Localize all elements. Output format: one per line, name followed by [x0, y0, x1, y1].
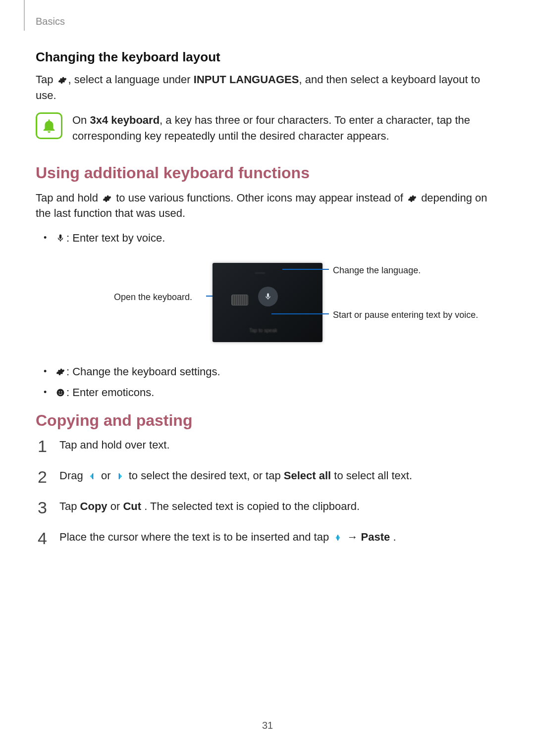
bold-paste: Paste	[361, 531, 390, 543]
callout-change-language: Change the language.	[333, 265, 472, 276]
bullet-settings: : Change the keyboard settings.	[41, 364, 499, 380]
cursor-handle-icon	[333, 533, 343, 543]
heading-copying-pasting: Copying and pasting	[36, 411, 499, 430]
subheading-keyboard-layout: Changing the keyboard layout	[36, 50, 499, 65]
bold-copy: Copy	[80, 500, 107, 512]
text: : Enter emoticons.	[66, 385, 154, 401]
step-2: Drag or to select the desired text, or t…	[38, 468, 499, 485]
steps-list: Tap and hold over text. Drag or to selec…	[38, 438, 499, 547]
step-4: Place the cursor where the text is to be…	[38, 530, 499, 547]
text: →	[347, 531, 361, 543]
text: .	[393, 531, 396, 543]
page-content: Changing the keyboard layout Tap , selec…	[36, 50, 499, 560]
text: to select all text.	[334, 469, 412, 482]
text: , select a language under	[68, 73, 194, 86]
blur-text: Tap to speak	[249, 328, 277, 333]
text: or	[101, 469, 114, 482]
text: Tap	[36, 73, 56, 86]
bullet-emoticons: : Enter emoticons.	[41, 385, 499, 401]
bold-input-languages: INPUT LANGUAGES	[194, 73, 299, 86]
page-number: 31	[0, 720, 535, 731]
bold-select-all: Select all	[284, 469, 331, 482]
bold-3x4: 3x4 keyboard	[90, 114, 160, 126]
gear-icon	[55, 367, 65, 377]
microphone-icon	[55, 233, 65, 243]
leader-line	[282, 269, 329, 270]
gear-icon	[407, 194, 417, 203]
bold-cut: Cut	[123, 500, 141, 512]
text: Tap and hold over text.	[59, 439, 170, 451]
blur-text: ——	[255, 270, 265, 275]
paragraph-keyboard-layout: Tap , select a language under INPUT LANG…	[36, 72, 499, 103]
text: On	[72, 114, 90, 126]
text: Tap	[59, 500, 80, 512]
svg-point-1	[59, 392, 60, 393]
svg-point-2	[61, 392, 62, 393]
step-3: Tap Copy or Cut . The selected text is c…	[38, 499, 499, 516]
bell-icon	[36, 112, 62, 139]
heading-additional-functions: Using additional keyboard functions	[36, 164, 499, 182]
text: to select the desired text, or tap	[129, 469, 284, 482]
text: to use various functions. Other icons ma…	[116, 192, 406, 204]
gear-icon	[57, 75, 67, 85]
breadcrumb: Basics	[36, 16, 65, 27]
keyboard-mini-icon	[231, 295, 248, 305]
callout-open-keyboard: Open the keyboard.	[114, 292, 192, 303]
text: Place the cursor where the text is to be…	[59, 531, 332, 543]
voice-input-diagram: Open the keyboard. —— Tap to speak Chang…	[36, 258, 499, 347]
svg-point-0	[57, 389, 64, 397]
leader-line	[271, 313, 329, 314]
tip-callout: On 3x4 keyboard, a key has three or four…	[36, 112, 499, 144]
text: . The selected text is copied to the cli…	[144, 500, 360, 512]
bullet-voice: : Enter text by voice.	[41, 230, 499, 246]
selection-handle-left-icon	[87, 471, 97, 481]
header-rule	[24, 0, 25, 31]
tip-text: On 3x4 keyboard, a key has three or four…	[72, 112, 499, 144]
text: Tap and hold	[36, 192, 101, 204]
text: or	[110, 500, 123, 512]
callout-start-pause: Start or pause entering text by voice.	[333, 309, 482, 321]
text: : Enter text by voice.	[66, 230, 165, 246]
text: Drag	[59, 469, 86, 482]
step-1: Tap and hold over text.	[38, 438, 499, 454]
bullet-list-2: : Change the keyboard settings. : Enter …	[41, 364, 499, 401]
selection-handle-right-icon	[115, 471, 125, 481]
bullet-list-1: : Enter text by voice.	[41, 230, 499, 246]
mic-button-graphic	[258, 287, 278, 306]
gear-icon	[102, 194, 112, 203]
emoticon-icon	[55, 388, 65, 398]
voice-input-screenshot: —— Tap to speak	[213, 263, 322, 342]
paragraph-additional-functions: Tap and hold to use various functions. O…	[36, 190, 499, 222]
text: : Change the keyboard settings.	[66, 364, 220, 380]
